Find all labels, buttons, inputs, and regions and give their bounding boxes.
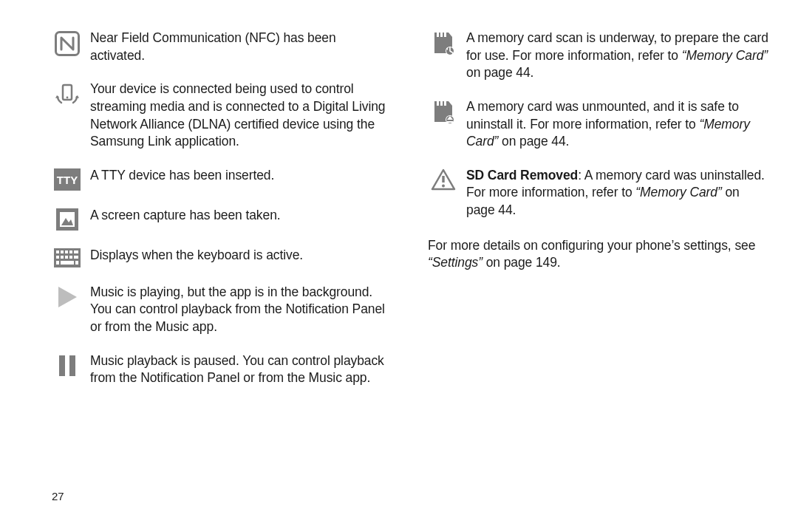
text-tty: A TTY device has been inserted. [83, 167, 392, 185]
svg-rect-21 [56, 261, 59, 265]
keyboard-icon [52, 247, 83, 267]
svg-rect-22 [61, 261, 74, 265]
text-sd-removed: SD Card Removed: A memory card was unins… [459, 167, 768, 219]
svg-rect-28 [440, 33, 443, 37]
row-dlna: Your device is connected being used to c… [52, 81, 392, 151]
sd-scan-icon [428, 30, 459, 56]
footer-note: For more details on configuring your pho… [428, 237, 768, 272]
row-sd-removed: SD Card Removed: A memory card was unins… [428, 167, 768, 219]
sd-unmount-icon [428, 98, 459, 125]
svg-rect-18 [65, 256, 68, 259]
text-dlna: Your device is connected being used to c… [83, 81, 392, 151]
row-keyboard: Displays when the keyboard is active. [52, 247, 392, 267]
svg-marker-24 [58, 287, 77, 307]
svg-rect-19 [69, 256, 72, 259]
row-sd-unmount: A memory card was unmounted, and it is s… [428, 98, 768, 151]
alert-icon [428, 167, 459, 191]
svg-rect-11 [56, 250, 59, 253]
text-pause: Music playback is paused. You can contro… [83, 352, 392, 387]
text-nfc: Near Field Communication (NFC) has been … [83, 30, 392, 64]
svg-rect-26 [69, 355, 75, 376]
screenshot-icon [52, 207, 83, 231]
tty-icon: TTY [52, 167, 83, 191]
dlna-icon [52, 81, 83, 106]
svg-rect-12 [61, 250, 64, 253]
svg-rect-23 [75, 261, 78, 265]
svg-point-2 [66, 97, 69, 99]
svg-rect-25 [59, 355, 65, 376]
row-pause: Music playback is paused. You can contro… [52, 352, 392, 387]
text-screenshot: A screen capture has been taken. [83, 207, 392, 225]
text-sd-scan: A memory card scan is underway, to prepa… [459, 30, 768, 82]
svg-rect-29 [444, 33, 446, 37]
svg-rect-33 [440, 101, 443, 106]
nfc-icon [52, 30, 83, 56]
page-number: 27 [52, 490, 64, 502]
svg-rect-32 [437, 101, 439, 106]
svg-point-41 [442, 184, 445, 187]
svg-rect-15 [74, 250, 78, 253]
row-sd-scan: A memory card scan is underway, to prepa… [428, 30, 768, 82]
row-nfc: Near Field Communication (NFC) has been … [52, 30, 392, 64]
right-column: A memory card scan is underway, to prepa… [428, 30, 768, 532]
svg-text:TTY: TTY [57, 174, 78, 186]
svg-rect-20 [74, 256, 78, 259]
row-screenshot: A screen capture has been taken. [52, 207, 392, 231]
svg-rect-14 [69, 250, 72, 253]
manual-page: Near Field Communication (NFC) has been … [0, 0, 798, 532]
svg-rect-13 [65, 250, 68, 253]
svg-rect-40 [442, 176, 444, 183]
svg-rect-17 [61, 256, 64, 259]
svg-rect-34 [444, 101, 446, 106]
text-sd-unmount: A memory card was unmounted, and it is s… [459, 98, 768, 151]
svg-rect-16 [56, 256, 59, 259]
play-icon [52, 284, 83, 309]
row-play: Music is playing, but the app is in the … [52, 284, 392, 336]
svg-rect-38 [447, 121, 453, 123]
pause-icon [52, 352, 83, 378]
text-play: Music is playing, but the app is in the … [83, 284, 392, 336]
text-keyboard: Displays when the keyboard is active. [83, 247, 392, 265]
row-tty: TTY A TTY device has been inserted. [52, 167, 392, 191]
left-column: Near Field Communication (NFC) has been … [52, 30, 392, 532]
svg-rect-27 [437, 33, 439, 37]
